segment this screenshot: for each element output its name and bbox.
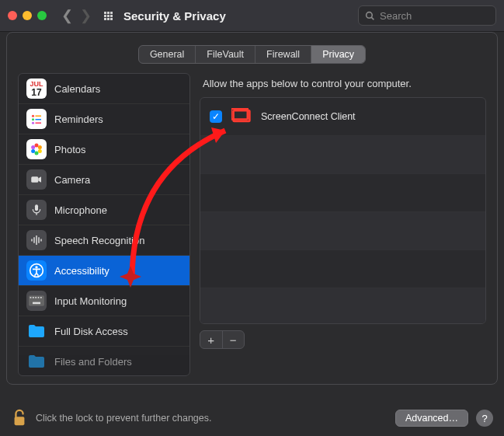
svg-rect-7 — [36, 123, 42, 124]
svg-rect-29 — [33, 302, 40, 305]
remove-app-button[interactable]: − — [223, 331, 245, 348]
tab-firewall[interactable]: Firewall — [255, 46, 311, 63]
minimize-window[interactable] — [23, 11, 32, 20]
svg-rect-3 — [36, 116, 42, 117]
nav-forward-button[interactable]: ❯ — [78, 8, 93, 23]
lock-icon[interactable] — [11, 408, 28, 428]
accessibility-icon — [26, 260, 47, 281]
add-remove-buttons: + − — [200, 330, 245, 349]
keyboard-icon — [26, 291, 47, 311]
svg-rect-24 — [30, 297, 32, 298]
sidebar-item-label: Camera — [54, 174, 90, 186]
tabbar: General FileVault Firewall Privacy — [7, 45, 497, 64]
window-toolbar: ❮ ❯ Security & Privacy Search — [0, 0, 504, 32]
svg-point-4 — [32, 118, 34, 120]
svg-rect-26 — [35, 297, 36, 298]
privacy-sidebar: JUL17 Calendars Reminders Photos Camera — [18, 73, 190, 376]
lock-text: Click the lock to prevent further change… — [36, 413, 212, 424]
svg-rect-14 — [31, 176, 38, 183]
window-title: Security & Privacy — [123, 9, 226, 23]
sidebar-item-label: Accessibility — [54, 265, 109, 277]
right-pane-heading: Allow the apps below to control your com… — [203, 78, 483, 89]
sidebar-item-full-disk[interactable]: Full Disk Access — [19, 316, 189, 347]
sidebar-item-camera[interactable]: Camera — [19, 165, 189, 195]
svg-rect-15 — [35, 204, 38, 211]
app-label: ScreenConnect Client — [261, 111, 356, 122]
app-row-empty: . — [200, 288, 485, 324]
sidebar-item-speech[interactable]: Speech Recognition — [19, 225, 189, 256]
show-all-prefs-icon[interactable] — [104, 12, 113, 20]
sidebar-item-reminders[interactable]: Reminders — [19, 104, 189, 134]
search-placeholder: Search — [380, 10, 412, 22]
app-row-empty: . — [200, 250, 485, 288]
sidebar-item-files-folders[interactable]: Files and Folders — [19, 347, 189, 376]
tab-privacy[interactable]: Privacy — [311, 46, 365, 63]
sidebar-item-microphone[interactable]: Microphone — [19, 195, 189, 225]
sidebar-item-label: Full Disk Access — [54, 326, 128, 337]
sidebar-item-label: Speech Recognition — [54, 235, 144, 246]
sidebar-item-label: Input Monitoring — [54, 295, 127, 307]
screenconnect-icon — [231, 108, 252, 125]
reminders-icon — [26, 109, 47, 129]
svg-point-13 — [31, 145, 35, 149]
svg-line-1 — [371, 17, 374, 19]
app-row-empty: . — [200, 136, 485, 174]
sidebar-item-label: Microphone — [54, 204, 107, 216]
checkbox-screenconnect[interactable]: ✓ — [210, 110, 222, 123]
svg-rect-34 — [15, 417, 25, 425]
sidebar-item-label: Reminders — [54, 113, 103, 125]
close-window[interactable] — [8, 11, 17, 20]
folder-icon — [26, 321, 47, 341]
app-list: ✓ ScreenConnect Client . . . . . — [200, 97, 486, 324]
traffic-lights — [8, 11, 47, 20]
svg-point-9 — [38, 145, 42, 149]
search-icon — [365, 11, 375, 21]
tab-filevault[interactable]: FileVault — [196, 46, 255, 63]
tab-general[interactable]: General — [139, 46, 196, 63]
advanced-button[interactable]: Advanced… — [395, 410, 468, 427]
app-row-empty: . — [200, 174, 485, 212]
svg-point-0 — [367, 12, 373, 18]
sidebar-item-label: Calendars — [54, 83, 100, 95]
svg-point-10 — [38, 149, 42, 153]
svg-point-2 — [32, 115, 34, 117]
svg-rect-25 — [33, 297, 34, 298]
svg-point-22 — [35, 266, 37, 268]
nav-back-button[interactable]: ❮ — [59, 8, 75, 23]
svg-point-6 — [32, 122, 34, 124]
svg-rect-27 — [38, 297, 40, 298]
app-row-screenconnect[interactable]: ✓ ScreenConnect Client — [200, 98, 485, 136]
sidebar-item-photos[interactable]: Photos — [19, 134, 189, 165]
pane-frame: General FileVault Firewall Privacy JUL17… — [6, 32, 498, 385]
app-row-empty: . — [200, 212, 485, 250]
sidebar-item-accessibility[interactable]: Accessibility — [19, 256, 189, 286]
sidebar-item-label: Files and Folders — [54, 356, 132, 368]
zoom-window[interactable] — [37, 11, 47, 20]
svg-point-11 — [35, 152, 39, 155]
calendars-icon: JUL17 — [26, 78, 47, 99]
microphone-icon — [26, 200, 47, 220]
folder-icon — [26, 351, 47, 371]
photos-icon — [26, 139, 47, 159]
add-app-button[interactable]: + — [200, 331, 223, 348]
speech-icon — [26, 230, 47, 250]
camera-icon — [26, 169, 47, 190]
search-field[interactable]: Search — [358, 5, 496, 26]
sidebar-item-calendars[interactable]: JUL17 Calendars — [19, 74, 189, 104]
svg-rect-28 — [40, 297, 42, 298]
svg-point-8 — [35, 144, 39, 148]
help-button[interactable]: ? — [476, 410, 493, 427]
sidebar-item-input-monitoring[interactable]: Input Monitoring — [19, 286, 189, 316]
svg-rect-5 — [36, 119, 42, 120]
sidebar-item-label: Photos — [54, 144, 85, 155]
svg-point-12 — [31, 149, 35, 153]
